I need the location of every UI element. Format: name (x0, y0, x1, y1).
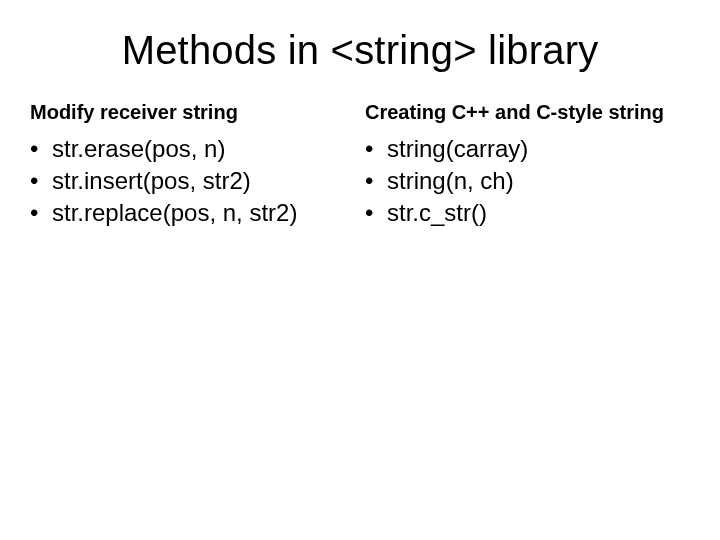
list-item: string(carray) (365, 134, 690, 164)
list-item: str.replace(pos, n, str2) (30, 198, 355, 228)
left-list: str.erase(pos, n) str.insert(pos, str2) … (30, 134, 355, 228)
two-column-layout: Modify receiver string str.erase(pos, n)… (30, 101, 690, 230)
right-list: string(carray) string(n, ch) str.c_str() (365, 134, 690, 228)
right-heading: Creating C++ and C-style string (365, 101, 690, 124)
left-heading: Modify receiver string (30, 101, 355, 124)
slide: Methods in <string> library Modify recei… (0, 0, 720, 540)
slide-title: Methods in <string> library (30, 28, 690, 73)
right-column: Creating C++ and C-style string string(c… (365, 101, 690, 230)
list-item: str.c_str() (365, 198, 690, 228)
list-item: str.erase(pos, n) (30, 134, 355, 164)
left-column: Modify receiver string str.erase(pos, n)… (30, 101, 355, 230)
list-item: str.insert(pos, str2) (30, 166, 355, 196)
list-item: string(n, ch) (365, 166, 690, 196)
